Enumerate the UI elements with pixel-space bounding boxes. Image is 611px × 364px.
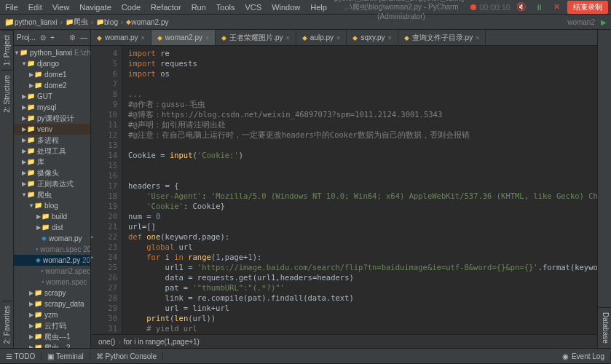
tab-project[interactable]: 1: Project: [1, 30, 12, 70]
gear-icon[interactable]: ⚙: [69, 33, 76, 41]
folder-icon: 📁: [4, 17, 15, 27]
chevron-right-icon: ›: [91, 18, 93, 26]
tab-favorites[interactable]: 2: Favorites: [1, 301, 12, 348]
folder-icon: 📁: [66, 18, 74, 25]
menu-edit[interactable]: Edit: [23, 3, 47, 12]
record-dot-icon: [470, 4, 476, 10]
menu-code[interactable]: Code: [117, 3, 146, 12]
menu-tools[interactable]: Tools: [211, 3, 240, 12]
crumb-file[interactable]: woman2.py: [131, 18, 168, 26]
target-icon[interactable]: ⊙: [40, 33, 46, 41]
chevron-right-icon: ›: [60, 18, 62, 26]
close-icon[interactable]: ×: [141, 34, 145, 41]
screen-recorder: 00:00:10 🔇 ⏸ ✕ 结束录制: [470, 1, 611, 14]
menu-run[interactable]: Run: [186, 3, 211, 12]
tab-sqxy[interactable]: ◆sqxy.py×: [347, 30, 398, 45]
sidebar-header: Proj... ⊙ ÷ ⚙ —: [14, 30, 90, 46]
close-icon[interactable]: ×: [336, 34, 340, 41]
menu-file[interactable]: File: [0, 3, 23, 12]
menu-refactor[interactable]: Refactor: [146, 3, 186, 12]
menu-bar: File Edit View Navigate Code Refactor Ru…: [0, 0, 611, 15]
run-icon[interactable]: ▶: [601, 18, 607, 26]
tool-todo[interactable]: ☰ TODO: [0, 352, 42, 360]
menu-help[interactable]: Help: [305, 3, 332, 12]
menu-navigate[interactable]: Navigate: [74, 3, 116, 12]
menu-vcs[interactable]: VCS: [240, 3, 267, 12]
editor-gutter[interactable]: 45678910111213141516171819202122▶2324▶25…: [91, 46, 122, 334]
tab-aulp[interactable]: ◆aulp.py×: [296, 30, 347, 45]
editor-tabs: ◆woman.py× ◆woman2.py× ◆王者荣耀图片.py× ◆aulp…: [91, 30, 597, 46]
tab-structure[interactable]: 2: Structure: [1, 70, 12, 117]
right-tool-strip: Database: [597, 30, 611, 348]
tool-event-log[interactable]: ◉ Event Log: [556, 352, 611, 360]
tab-wzry[interactable]: ◆王者荣耀图片.py×: [216, 30, 296, 45]
python-file-icon: ◆: [97, 34, 102, 41]
navigation-bar: 📁 python_lianxi › 📁 爬虫 › 📁 blog › ◆ woma…: [0, 15, 611, 30]
project-sidebar: Proj... ⊙ ÷ ⚙ — ▼📁python_lianxi E:\zhao_…: [14, 30, 91, 348]
window-title: python_lianxi [E:\zhao_sn\python_lianxi]…: [332, 0, 470, 20]
tab-database[interactable]: Database: [598, 307, 611, 348]
close-icon[interactable]: ×: [476, 34, 479, 41]
python-file-icon: ◆: [352, 34, 358, 41]
folder-icon: 📁: [96, 18, 104, 25]
menu-window[interactable]: Window: [267, 3, 305, 12]
close-icon[interactable]: ×: [388, 34, 392, 41]
code-editor[interactable]: import reimport requestsimport os ...#@作…: [122, 46, 597, 334]
python-file-icon: ◆: [221, 34, 226, 41]
project-label[interactable]: Proj...: [17, 33, 36, 41]
run-config-selector[interactable]: woman2: [567, 18, 598, 26]
hide-icon[interactable]: —: [80, 33, 87, 41]
record-stop-button[interactable]: 结束录制: [567, 1, 608, 14]
record-pause-icon[interactable]: ⏸: [532, 1, 545, 14]
record-mute-icon[interactable]: 🔇: [515, 1, 528, 14]
editor-area: ◆woman.py× ◆woman2.py× ◆王者荣耀图片.py× ◆aulp…: [91, 30, 597, 348]
record-close-icon[interactable]: ✕: [550, 1, 563, 14]
crumb-root[interactable]: python_lianxi: [15, 18, 57, 26]
chevron-right-icon: ›: [121, 18, 123, 26]
python-file-icon: ◆: [157, 34, 162, 41]
crumb-1[interactable]: 爬虫: [74, 17, 88, 27]
close-icon[interactable]: ×: [286, 34, 290, 41]
record-time: 00:00:10: [470, 3, 511, 12]
close-icon[interactable]: ×: [205, 34, 209, 41]
tab-woman[interactable]: ◆woman.py×: [91, 30, 151, 45]
tab-search-dir[interactable]: ◆查询文件子目录.py×: [398, 30, 486, 45]
crumb-2[interactable]: blog: [104, 18, 118, 26]
editor-breadcrumb[interactable]: one()›for i in range(1,page+1): [91, 334, 597, 348]
left-tool-strip: 1: Project 2: Structure 2: Favorites: [0, 30, 14, 348]
tab-woman2[interactable]: ◆woman2.py×: [151, 30, 216, 45]
collapse-icon[interactable]: ÷: [50, 33, 55, 41]
tool-python-console[interactable]: ⌘ Python Console: [90, 352, 163, 360]
bottom-tool-bar: ☰ TODO ▣ Terminal ⌘ Python Console ◉ Eve…: [0, 348, 611, 363]
python-file-icon: ◆: [404, 34, 409, 41]
tool-terminal[interactable]: ▣ Terminal: [42, 352, 90, 360]
tree-item-selected[interactable]: ◆woman2.py 201 21: [14, 255, 90, 266]
python-file-icon: ◆: [302, 34, 307, 41]
menu-view[interactable]: View: [47, 3, 75, 12]
project-tree[interactable]: ▼📁python_lianxi E:\zhao_s ▼📁django ▶📁dom…: [14, 46, 90, 348]
